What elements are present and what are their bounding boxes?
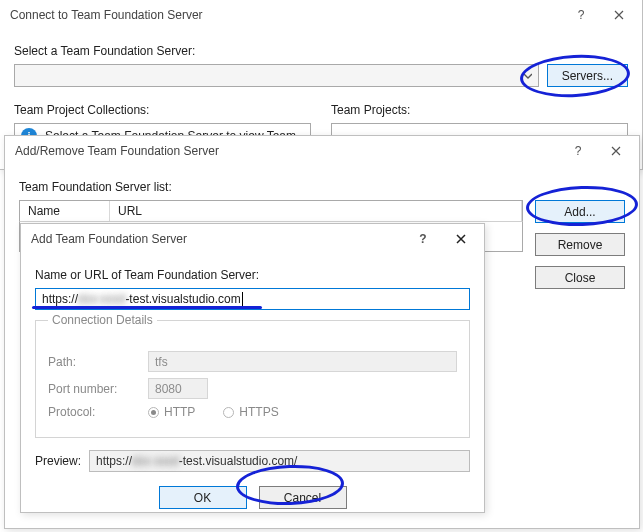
cancel-button[interactable]: Cancel	[259, 486, 347, 509]
preview-label: Preview:	[35, 454, 81, 468]
path-label: Path:	[48, 355, 138, 369]
protocol-https-radio: HTTPS	[223, 405, 278, 419]
close-icon[interactable]	[600, 0, 638, 30]
select-server-label: Select a Team Foundation Server:	[14, 44, 628, 58]
addremove-titlebar: Add/Remove Team Foundation Server ?	[5, 136, 639, 166]
protocol-http-radio: HTTP	[148, 405, 195, 419]
help-icon[interactable]: ?	[562, 0, 600, 30]
text-caret	[242, 292, 243, 306]
add-button[interactable]: Add...	[535, 200, 625, 223]
connection-details-group: Connection Details Path: tfs Port number…	[35, 320, 470, 438]
close-icon[interactable]	[442, 224, 480, 254]
addtfs-title: Add Team Foundation Server	[31, 232, 404, 246]
port-label: Port number:	[48, 382, 138, 396]
name-url-label: Name or URL of Team Foundation Server:	[35, 268, 470, 282]
connection-details-legend: Connection Details	[48, 313, 157, 327]
path-input: tfs	[148, 351, 457, 372]
addtfs-titlebar: Add Team Foundation Server ?	[21, 224, 484, 254]
addremove-title: Add/Remove Team Foundation Server	[15, 144, 559, 158]
close-button[interactable]: Close	[535, 266, 625, 289]
connect-titlebar: Connect to Team Foundation Server ?	[0, 0, 642, 30]
server-table-header: Name URL	[19, 200, 523, 222]
help-icon[interactable]: ?	[404, 224, 442, 254]
servers-button[interactable]: Servers...	[547, 64, 628, 87]
col-name[interactable]: Name	[20, 201, 110, 221]
remove-button[interactable]: Remove	[535, 233, 625, 256]
radio-icon	[223, 407, 234, 418]
server-dropdown[interactable]	[14, 64, 539, 87]
close-icon[interactable]	[597, 136, 635, 166]
chevron-down-icon	[524, 72, 532, 80]
col-url[interactable]: URL	[110, 201, 522, 221]
server-list-label: Team Foundation Server list:	[19, 180, 625, 194]
radio-icon	[148, 407, 159, 418]
projects-label: Team Projects:	[331, 103, 628, 117]
collections-label: Team Project Collections:	[14, 103, 311, 117]
port-input: 8080	[148, 378, 208, 399]
add-tfs-dialog: Add Team Foundation Server ? Name or URL…	[20, 223, 485, 513]
connect-title: Connect to Team Foundation Server	[10, 8, 562, 22]
protocol-label: Protocol:	[48, 405, 138, 419]
ok-button[interactable]: OK	[159, 486, 247, 509]
preview-box: https://dxx xxxd-test.visualstudio.com/	[89, 450, 470, 472]
help-icon[interactable]: ?	[559, 136, 597, 166]
server-url-input[interactable]: https://dxx-xxxd-test.visualstudio.com	[35, 288, 470, 310]
